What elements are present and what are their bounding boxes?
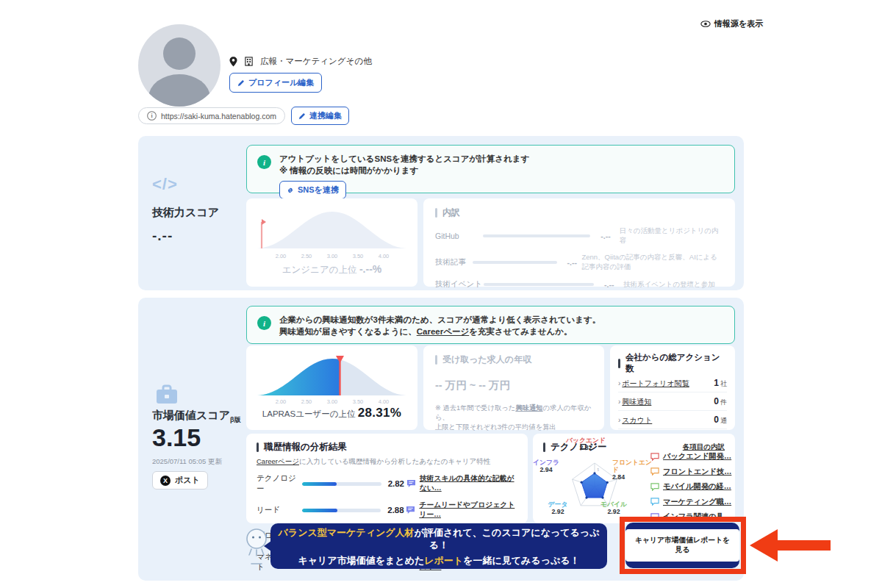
sns-link-button[interactable]: SNSを連携 xyxy=(279,181,346,199)
radar-label-frontend: フロントエンド 2.84 xyxy=(612,459,656,481)
location-pin-icon xyxy=(229,57,237,67)
market-score-card: i 企業からの興味通知数が3件未満のため、スコアが通常より低く表示されています。… xyxy=(138,298,744,581)
technology-link-row: フロントエンド技… xyxy=(650,467,731,477)
subtitle-text: に入力している職歴情報から分析したあなたのキャリア特性 xyxy=(299,457,490,465)
chevron-right-icon: › xyxy=(618,416,620,424)
career-comment-link[interactable]: チームリードやプロジェクトリー… xyxy=(419,501,517,520)
radar-label-data: データ 2.92 xyxy=(543,501,573,515)
comment-icon xyxy=(406,506,415,514)
row-bar-track xyxy=(302,482,381,486)
career-page-link[interactable]: Careerページ xyxy=(417,327,469,336)
notice-line1: 企業からの興味通知数が3件未満のため、スコアが通常より低く表示されています。 xyxy=(279,314,600,326)
row-desc: Zenn、Qiitaの記事の内容と反響、AIによる記事内容の評価 xyxy=(581,253,723,272)
row-value: -.-- xyxy=(567,258,582,267)
profile-edit-button[interactable]: プロフィール編集 xyxy=(229,73,322,93)
infra-detail-link[interactable]: インフラ関連の具… xyxy=(663,512,731,522)
chevron-right-icon: › xyxy=(618,398,620,406)
report-button-container: キャリア市場価値レポートを見る xyxy=(625,523,739,568)
salary-title: 受け取った求人の年収 xyxy=(442,354,531,366)
row-value: -.-- xyxy=(604,280,623,289)
avatar xyxy=(138,24,220,107)
actions-header: 会社からの総アクション数 xyxy=(618,352,727,374)
technology-panel: テクノロジー 各項目の内訳 5 xyxy=(533,434,735,523)
avatar-head-silhouette xyxy=(163,37,196,70)
blog-link[interactable]: i https://saki-kuma.hatenablog.com xyxy=(138,107,285,124)
scouts-link[interactable]: ›スカウト xyxy=(618,415,652,426)
tech-score-notice: i アウトプットをしているSNSを連携するとスコアが計算されます ※ 情報の反映… xyxy=(246,145,735,193)
lapras-profile-page: 情報源を表示 広報・マーケティングその他 プロフィール編集 i xyxy=(0,0,882,588)
header-bar xyxy=(257,442,259,452)
post-to-x-button[interactable]: X ポスト xyxy=(152,471,208,490)
profile-edit-label: プロフィール編集 xyxy=(248,77,314,88)
frontend-detail-link[interactable]: フロントエンド技… xyxy=(663,467,731,477)
caption-value: -.--% xyxy=(359,263,381,275)
tick: 3.50 xyxy=(353,398,364,405)
career-analysis-panel: 職歴情報の分析結果 Careerページに入力している職歴情報から分析したあなたの… xyxy=(246,434,528,523)
interest-notices-link[interactable]: ›興味通知 xyxy=(618,397,651,407)
chevron-right-icon: › xyxy=(618,379,620,387)
banner-highlight: レポート xyxy=(424,555,463,566)
row-bar-fill xyxy=(302,482,337,486)
technology-links: バックエンド開発… フロントエンド技… モバイル開発の経… マーケティング職… … xyxy=(650,451,731,527)
header-bar xyxy=(435,355,437,365)
view-career-report-button[interactable]: キャリア市場価値レポートを見る xyxy=(625,529,739,562)
svg-text:i: i xyxy=(151,112,152,119)
tech-score-breakdown-panel: 内訳 GitHub -.-- 日々の活動量とリポジトリの内容 技術記事 -.--… xyxy=(423,198,735,287)
breakdown-row: 技術記事 -.-- Zenn、Qiitaの記事の内容と反響、AIによる記事内容の… xyxy=(435,253,723,272)
actions-title: 会社からの総アクション数 xyxy=(625,352,727,374)
show-sources-toggle[interactable]: 情報源を表示 xyxy=(700,18,763,29)
tick: 3.00 xyxy=(327,253,338,259)
occupation-label: 広報・マーケティングその他 xyxy=(260,56,372,67)
score-updated-timestamp: 2025/07/11 05:05 更新 xyxy=(152,457,222,467)
annotation-arrow-icon xyxy=(750,529,778,562)
marketing-detail-link[interactable]: マーケティング職… xyxy=(663,497,731,507)
action-row: ›スカウト 0通 xyxy=(618,411,727,429)
career-comment-link[interactable]: 技術スキルの具体的な記載がない… xyxy=(420,474,517,493)
portfolio-views-link[interactable]: ›ポートフォリオ閲覧 xyxy=(618,379,689,389)
market-score-distribution-chart xyxy=(251,353,412,398)
career-subtitle: Careerページに入力している職歴情報から分析したあなたのキャリア特性 xyxy=(257,457,517,467)
breakdown-row: 技術イベント -.-- 技術系イベントの登壇と参加 xyxy=(435,279,723,290)
tick: 2.00 xyxy=(276,398,287,405)
technology-link-row: モバイル開発の経… xyxy=(650,481,731,492)
salary-panel: 受け取った求人の年収 -- 万円 ~ -- 万円 ※ 過去1年間で受け取った興味… xyxy=(423,345,604,430)
caption-value: 28.31% xyxy=(358,406,401,420)
technology-link-row: マーケティング職… xyxy=(650,497,731,507)
x-logo-icon: X xyxy=(160,476,171,486)
blog-url-label: https://saki-kuma.hatenablog.com xyxy=(161,112,276,121)
comment-icon xyxy=(650,498,659,506)
backend-detail-link[interactable]: バックエンド開発… xyxy=(663,451,731,462)
tick: 2.50 xyxy=(301,253,312,259)
svg-text:5: 5 xyxy=(598,468,600,472)
market-chart-caption: LAPRASユーザーの上位 28.31% xyxy=(246,406,417,420)
sns-link-label: SNSを連携 xyxy=(298,184,339,196)
tech-score-distribution-chart xyxy=(251,206,412,251)
breakdown-row: GitHub -.-- 日々の活動量とリポジトリの内容 xyxy=(435,226,723,245)
linked-accounts-row: i https://saki-kuma.hatenablog.com 連携編集 xyxy=(138,107,349,125)
tick: 2.50 xyxy=(301,398,312,405)
row-value: -.-- xyxy=(600,232,619,240)
career-row: テクノロジー 2.82 技術スキルの具体的な記載がない… xyxy=(257,473,517,494)
row-bar-fill xyxy=(302,509,337,512)
pencil-icon xyxy=(298,112,306,120)
breakdown-title: 内訳 xyxy=(442,207,460,219)
interest-notice-link[interactable]: 興味通知 xyxy=(515,404,542,412)
row-bar-track xyxy=(302,509,381,512)
row-label: リード xyxy=(257,505,302,515)
radar-label-backend: バックエンド 2.82 xyxy=(555,437,617,451)
banner-line1: バランス型マーケティング人材が評価されて、このスコアになってるっぷる！ xyxy=(270,526,607,551)
edit-links-button[interactable]: 連携編集 xyxy=(291,107,349,125)
career-page-link[interactable]: Careerページ xyxy=(257,457,299,465)
banner-text: を一緒に見てみるっぷる！ xyxy=(463,555,579,566)
hatena-blog-icon: i xyxy=(147,111,157,121)
technology-link-row: インフラ関連の具… xyxy=(650,512,731,522)
salary-range: -- 万円 ~ -- 万円 xyxy=(435,379,592,392)
mobile-detail-link[interactable]: モバイル開発の経… xyxy=(663,481,731,492)
company-actions-panel: 会社からの総アクション数 ›ポートフォリオ閲覧 1社 ›興味通知 0件 ›スカウ… xyxy=(610,345,735,430)
banner-text: キャリア市場価値をまとめた xyxy=(298,555,424,566)
tick: 3.00 xyxy=(327,398,338,405)
notice-line2: ※ 情報の反映には時間がかかります xyxy=(279,165,529,176)
action-value: 0件 xyxy=(714,396,727,407)
notice-text: を充実させてみませんか。 xyxy=(469,327,572,336)
radar-label-mobile: モバイル 2.92 xyxy=(598,501,630,515)
